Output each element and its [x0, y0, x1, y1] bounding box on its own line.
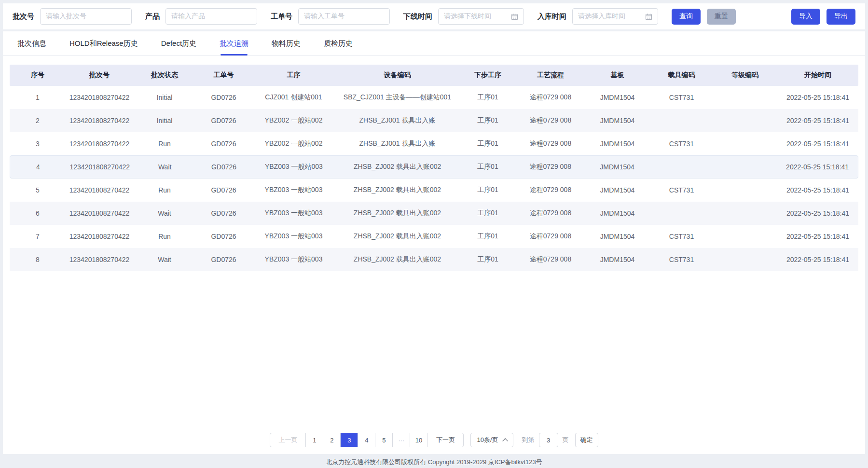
placeholder-text: 请输入批次号: [46, 12, 86, 21]
cell: 途程0729 008: [517, 209, 584, 218]
cell: GD0726: [196, 163, 252, 171]
tab-物料历史[interactable]: 物料历史: [272, 31, 301, 55]
main-panel: 批次信息HOLD和Release历史Defect历史批次追溯物料历史质检历史 序…: [3, 31, 865, 454]
product-input[interactable]: 请输入产品: [165, 8, 257, 25]
tab-质检历史[interactable]: 质检历史: [324, 31, 353, 55]
jump-page-input[interactable]: 3: [539, 433, 558, 447]
cell: 1234201808270422: [66, 140, 133, 148]
export-button[interactable]: 导出: [827, 9, 855, 25]
cell: ZHSB_ZJ002 载具出入账002: [336, 255, 459, 264]
filter-label-product: 产品: [145, 12, 160, 21]
cell: GD0726: [196, 256, 251, 263]
jump-unit: 页: [563, 436, 569, 444]
cell: 2022-05-25 15:18:41: [777, 209, 858, 217]
table-header-row: 序号批次号批次状态工单号工序设备编码下步工序工艺流程基板载具编码等级编码开始时间: [10, 65, 858, 86]
tab-Defect历史[interactable]: Defect历史: [161, 31, 196, 55]
cell: YBZ003 一般站003: [251, 255, 336, 264]
cell: 2: [10, 117, 66, 124]
cell: YBZ003 一般站003: [251, 163, 336, 171]
table-row[interactable]: 51234201808270422RunGD0726YBZ003 一般站003Z…: [10, 179, 858, 202]
page-button-10[interactable]: 10: [410, 433, 427, 447]
placeholder-text: 请选择入库时间: [578, 12, 625, 21]
cell: JMDM1504: [584, 233, 650, 240]
cell: 1234201808270422: [66, 117, 133, 124]
cell: 3: [10, 140, 66, 148]
cell: JMDM1504: [584, 163, 650, 171]
calendar-icon: [645, 13, 652, 20]
batch-trace-table: 序号批次号批次状态工单号工序设备编码下步工序工艺流程基板载具编码等级编码开始时间…: [10, 65, 858, 271]
cell: Wait: [133, 256, 196, 263]
cell: Wait: [134, 163, 196, 171]
chevron-up-icon: [502, 438, 508, 443]
cell: GD0726: [196, 209, 251, 217]
column-header: 工序: [251, 71, 336, 80]
cell: 2022-05-25 15:18:41: [777, 163, 858, 171]
cell: SBZ_CJZ001 主设备——创建站001: [336, 93, 459, 102]
query-button[interactable]: 查询: [672, 9, 701, 25]
cell: 1: [10, 94, 66, 101]
filter-label-work-order: 工单号: [271, 12, 292, 21]
tab-批次信息[interactable]: 批次信息: [17, 31, 46, 55]
filter-item-product: 产品请输入产品: [145, 8, 257, 25]
import-button[interactable]: 导入: [791, 9, 820, 25]
filter-bar: 批次号请输入批次号产品请输入产品工单号请输入工单号下线时间请选择下线时间入库时间…: [3, 3, 865, 29]
reset-button[interactable]: 重置: [707, 9, 736, 25]
page-button-5[interactable]: 5: [375, 433, 393, 447]
cell: 8: [10, 256, 66, 263]
table-row[interactable]: 81234201808270422WaitGD0726YBZ003 一般站003…: [10, 248, 858, 271]
page-size-select[interactable]: 10条/页: [470, 433, 513, 447]
cell: 途程0729 008: [517, 232, 584, 241]
batch-number-input[interactable]: 请输入批次号: [40, 8, 132, 25]
page-button-1[interactable]: 1: [306, 433, 323, 447]
export-actions: 导入导出: [791, 9, 855, 25]
column-header: 批次状态: [133, 71, 196, 80]
prev-page-button[interactable]: 上一页: [270, 433, 306, 447]
footer-copyright: 北京力控元通科技有限公司版权所有 Copyright 2019-2029 京IC…: [0, 458, 868, 467]
cell: ZHSB_ZJ002 载具出入账002: [336, 163, 459, 171]
table-row[interactable]: 21234201808270422InitialGD0726YBZ002 一般站…: [10, 109, 858, 132]
next-page-button[interactable]: 下一页: [427, 433, 463, 447]
cell: 1234201808270422: [66, 94, 133, 101]
column-header: 批次号: [66, 71, 133, 80]
page-ellipsis[interactable]: ···: [393, 433, 410, 447]
cell: 途程0729 008: [517, 116, 584, 125]
cell: YBZ002 一般站002: [251, 139, 336, 148]
cell: 1234201808270422: [66, 209, 133, 217]
cell: JMDM1504: [584, 186, 650, 194]
table-row[interactable]: 61234201808270422WaitGD0726YBZ003 一般站003…: [10, 202, 858, 225]
cell: YBZ003 一般站003: [251, 186, 336, 194]
cell: 7: [10, 233, 66, 240]
page-button-group: 上一页12345···10下一页: [270, 433, 464, 447]
cell: ZHSB_ZJ001 载具出入账: [336, 116, 459, 125]
cell: 1234201808270422: [66, 163, 134, 171]
cell: ZHSB_ZJ002 载具出入账002: [336, 209, 459, 218]
table-row[interactable]: 31234201808270422RunGD0726YBZ002 一般站002Z…: [10, 132, 858, 155]
cell: ZHSB_ZJ002 载具出入账002: [336, 186, 459, 194]
cell: Run: [133, 233, 196, 240]
tab-批次追溯[interactable]: 批次追溯: [220, 31, 248, 55]
cell: GD0726: [196, 140, 251, 148]
filter-item-offline-time: 下线时间请选择下线时间: [403, 8, 524, 25]
cell: CJZ001 创建站001: [251, 93, 336, 102]
column-header: 开始时间: [777, 71, 858, 80]
table-row[interactable]: 11234201808270422InitialGD0726CJZ001 创建站…: [10, 86, 858, 109]
page-button-4[interactable]: 4: [358, 433, 375, 447]
column-header: 设备编码: [336, 71, 459, 80]
cell: 途程0729 008: [517, 93, 584, 102]
storage-time-input[interactable]: 请选择入库时间: [572, 8, 658, 25]
table-row[interactable]: 41234201808270422WaitGD0726YBZ003 一般站003…: [10, 155, 858, 179]
column-header: 载具编码: [650, 71, 713, 80]
cell: 2022-05-25 15:18:41: [777, 94, 858, 101]
column-header: 工单号: [196, 71, 251, 80]
jump-confirm-button[interactable]: 确定: [575, 433, 598, 447]
cell: 途程0729 008: [517, 186, 584, 194]
cell: YBZ002 一般站002: [251, 116, 336, 125]
cell: GD0726: [196, 233, 251, 240]
tab-HOLD和Release历史[interactable]: HOLD和Release历史: [69, 31, 138, 55]
page-button-3[interactable]: 3: [341, 433, 358, 447]
work-order-input[interactable]: 请输入工单号: [298, 8, 390, 25]
column-header: 基板: [584, 71, 650, 80]
offline-time-input[interactable]: 请选择下线时间: [438, 8, 524, 25]
page-button-2[interactable]: 2: [323, 433, 341, 447]
table-row[interactable]: 71234201808270422RunGD0726YBZ003 一般站003Z…: [10, 225, 858, 248]
